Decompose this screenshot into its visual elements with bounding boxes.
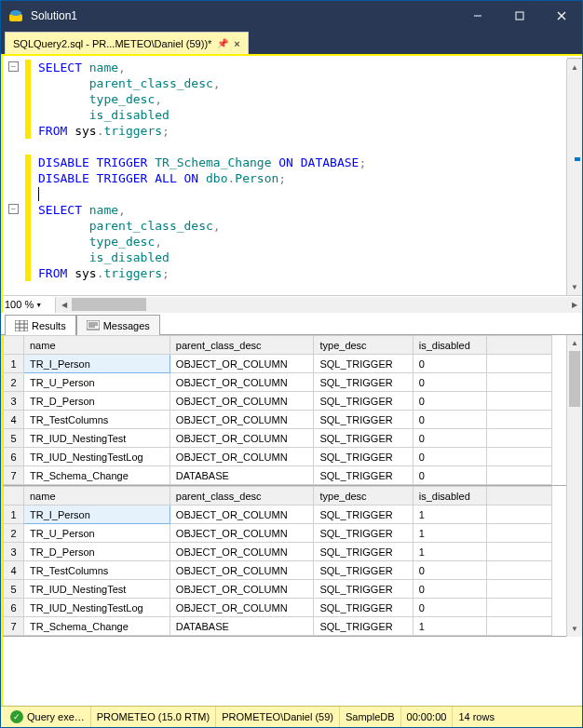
table-cell[interactable]: 0: [413, 373, 486, 392]
table-row[interactable]: 6TR_IUD_NestingTestLogOBJECT_OR_COLUMNSQ…: [4, 599, 552, 617]
table-cell[interactable]: 0: [413, 580, 486, 599]
table-cell[interactable]: TR_TestColumns: [24, 561, 170, 580]
table-cell[interactable]: SQL_TRIGGER: [314, 561, 413, 580]
code-editor[interactable]: SELECT name, parent_class_desc, type_des…: [31, 60, 566, 295]
fold-toggle[interactable]: −: [8, 204, 19, 214]
table-cell[interactable]: SQL_TRIGGER: [314, 355, 413, 373]
row-number[interactable]: 2: [4, 373, 24, 392]
row-number[interactable]: 6: [4, 599, 24, 617]
row-header[interactable]: [4, 336, 24, 355]
row-number[interactable]: 6: [4, 448, 24, 466]
table-row[interactable]: 2TR_U_PersonOBJECT_OR_COLUMNSQL_TRIGGER0: [4, 373, 552, 392]
table-cell[interactable]: TR_I_Person: [24, 355, 170, 373]
table-cell[interactable]: TR_IUD_NestingTest: [24, 429, 170, 448]
table-cell[interactable]: TR_IUD_NestingTest: [24, 580, 170, 599]
table-cell[interactable]: TR_Schema_Change: [24, 466, 170, 485]
column-header[interactable]: type_desc: [314, 487, 413, 506]
table-cell[interactable]: TR_Schema_Change: [24, 617, 170, 636]
table-cell[interactable]: SQL_TRIGGER: [314, 448, 413, 466]
table-cell[interactable]: 1: [413, 543, 486, 561]
scroll-down-icon[interactable]: ▼: [567, 279, 582, 295]
table-cell[interactable]: TR_I_Person: [24, 506, 170, 524]
row-number[interactable]: 3: [4, 392, 24, 411]
table-cell[interactable]: 0: [413, 411, 486, 429]
table-cell[interactable]: SQL_TRIGGER: [314, 599, 413, 617]
table-cell[interactable]: 1: [413, 617, 486, 636]
tab-sqlquery2[interactable]: SQLQuery2.sql - PR...METEO\Daniel (59))*…: [5, 32, 249, 54]
table-row[interactable]: 1TR_I_PersonOBJECT_OR_COLUMNSQL_TRIGGER1: [4, 506, 552, 524]
table-cell[interactable]: OBJECT_OR_COLUMN: [169, 599, 314, 617]
column-header[interactable]: parent_class_desc: [169, 487, 314, 506]
table-cell[interactable]: 1: [413, 524, 486, 543]
table-cell[interactable]: SQL_TRIGGER: [314, 506, 413, 524]
scroll-left-icon[interactable]: ◀: [56, 301, 72, 309]
row-number[interactable]: 4: [4, 561, 24, 580]
fold-toggle[interactable]: −: [8, 61, 19, 72]
table-cell[interactable]: 0: [413, 392, 486, 411]
table-cell[interactable]: OBJECT_OR_COLUMN: [169, 561, 314, 580]
row-number[interactable]: 1: [4, 506, 24, 524]
row-number[interactable]: 5: [4, 429, 24, 448]
column-header[interactable]: type_desc: [314, 336, 413, 355]
table-cell[interactable]: 0: [413, 429, 486, 448]
table-row[interactable]: 2TR_U_PersonOBJECT_OR_COLUMNSQL_TRIGGER1: [4, 524, 552, 543]
table-cell[interactable]: 0: [413, 466, 486, 485]
table-row[interactable]: 1TR_I_PersonOBJECT_OR_COLUMNSQL_TRIGGER0: [4, 355, 552, 373]
table-cell[interactable]: TR_U_Person: [24, 373, 170, 392]
table-cell[interactable]: 0: [413, 355, 486, 373]
table-cell[interactable]: OBJECT_OR_COLUMN: [169, 392, 314, 411]
close-button[interactable]: [540, 1, 582, 30]
scroll-up-icon[interactable]: ▲: [567, 335, 582, 351]
results-vertical-scrollbar[interactable]: ▲ ▼: [566, 335, 582, 637]
results-grid-2[interactable]: nameparent_class_desctype_descis_disable…: [3, 486, 566, 637]
row-number[interactable]: 5: [4, 580, 24, 599]
tab-messages[interactable]: Messages: [76, 315, 160, 335]
table-cell[interactable]: TR_D_Person: [24, 543, 170, 561]
table-cell[interactable]: DATABASE: [169, 466, 314, 485]
table-cell[interactable]: SQL_TRIGGER: [314, 524, 413, 543]
scroll-thumb[interactable]: [72, 298, 146, 311]
pin-icon[interactable]: 📌: [217, 38, 228, 48]
table-cell[interactable]: OBJECT_OR_COLUMN: [169, 580, 314, 599]
tab-results[interactable]: Results: [5, 315, 76, 335]
scroll-down-icon[interactable]: ▼: [567, 621, 582, 637]
table-cell[interactable]: OBJECT_OR_COLUMN: [169, 506, 314, 524]
column-header[interactable]: name: [24, 336, 170, 355]
table-cell[interactable]: TR_D_Person: [24, 392, 170, 411]
row-number[interactable]: 7: [4, 466, 24, 485]
table-cell[interactable]: SQL_TRIGGER: [314, 411, 413, 429]
table-row[interactable]: 3TR_D_PersonOBJECT_OR_COLUMNSQL_TRIGGER1: [4, 543, 552, 561]
table-cell[interactable]: SQL_TRIGGER: [314, 373, 413, 392]
table-cell[interactable]: SQL_TRIGGER: [314, 392, 413, 411]
table-cell[interactable]: TR_TestColumns: [24, 411, 170, 429]
table-cell[interactable]: SQL_TRIGGER: [314, 466, 413, 485]
table-cell[interactable]: OBJECT_OR_COLUMN: [169, 355, 314, 373]
table-cell[interactable]: 0: [413, 599, 486, 617]
column-header[interactable]: parent_class_desc: [169, 336, 314, 355]
editor-vertical-scrollbar[interactable]: ▲ ▼: [566, 60, 582, 295]
table-cell[interactable]: OBJECT_OR_COLUMN: [169, 448, 314, 466]
row-number[interactable]: 4: [4, 411, 24, 429]
table-cell[interactable]: TR_IUD_NestingTestLog: [24, 448, 170, 466]
table-cell[interactable]: OBJECT_OR_COLUMN: [169, 524, 314, 543]
table-cell[interactable]: TR_U_Person: [24, 524, 170, 543]
table-row[interactable]: 7TR_Schema_ChangeDATABASESQL_TRIGGER0: [4, 466, 552, 485]
table-row[interactable]: 5TR_IUD_NestingTestOBJECT_OR_COLUMNSQL_T…: [4, 429, 552, 448]
row-number[interactable]: 1: [4, 355, 24, 373]
row-number[interactable]: 7: [4, 617, 24, 636]
table-cell[interactable]: 1: [413, 506, 486, 524]
table-cell[interactable]: DATABASE: [169, 617, 314, 636]
table-cell[interactable]: SQL_TRIGGER: [314, 543, 413, 561]
table-row[interactable]: 4TR_TestColumnsOBJECT_OR_COLUMNSQL_TRIGG…: [4, 561, 552, 580]
results-grid-1[interactable]: nameparent_class_desctype_descis_disable…: [3, 335, 566, 486]
table-row[interactable]: 7TR_Schema_ChangeDATABASESQL_TRIGGER1: [4, 617, 552, 636]
table-row[interactable]: 5TR_IUD_NestingTestOBJECT_OR_COLUMNSQL_T…: [4, 580, 552, 599]
table-cell[interactable]: SQL_TRIGGER: [314, 617, 413, 636]
column-header[interactable]: name: [24, 487, 170, 506]
table-row[interactable]: 6TR_IUD_NestingTestLogOBJECT_OR_COLUMNSQ…: [4, 448, 552, 466]
table-row[interactable]: 3TR_D_PersonOBJECT_OR_COLUMNSQL_TRIGGER0: [4, 392, 552, 411]
tab-close-icon[interactable]: ×: [234, 38, 239, 49]
table-cell[interactable]: 0: [413, 561, 486, 580]
zoom-combo[interactable]: 100 % ▼: [3, 296, 55, 313]
column-header[interactable]: is_disabled: [413, 336, 486, 355]
